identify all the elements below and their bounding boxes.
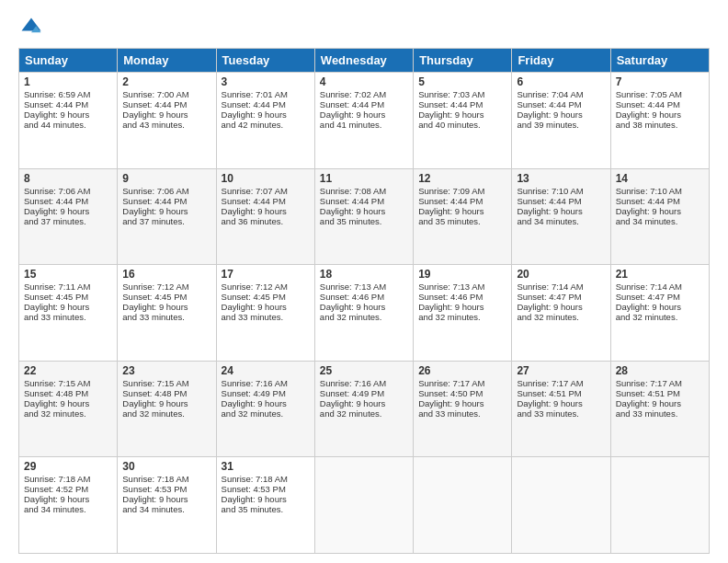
- cell-line: Sunrise: 7:17 AM: [616, 378, 704, 388]
- day-number: 21: [616, 268, 704, 281]
- cell-line: Sunrise: 7:10 AM: [616, 186, 704, 196]
- cell-line: Daylight: 9 hours: [418, 302, 506, 312]
- cell-line: Sunrise: 7:17 AM: [418, 378, 506, 388]
- calendar-cell: 3Sunrise: 7:01 AMSunset: 4:44 PMDaylight…: [216, 73, 314, 169]
- header-cell-saturday: Saturday: [610, 49, 709, 73]
- cell-line: Daylight: 9 hours: [222, 109, 310, 120]
- cell-line: Sunset: 4:47 PM: [616, 292, 704, 302]
- cell-line: Sunset: 4:52 PM: [24, 484, 112, 494]
- cell-line: Daylight: 9 hours: [517, 302, 605, 312]
- calendar-cell: 13Sunrise: 7:10 AMSunset: 4:44 PMDayligh…: [512, 168, 610, 265]
- cell-line: and 32 minutes.: [24, 408, 112, 419]
- cell-line: Daylight: 9 hours: [222, 494, 310, 504]
- calendar-cell: 31Sunrise: 7:18 AMSunset: 4:53 PMDayligh…: [216, 457, 314, 554]
- cell-line: Daylight: 9 hours: [122, 494, 210, 504]
- day-number: 15: [24, 268, 112, 281]
- day-number: 29: [24, 460, 112, 473]
- day-number: 31: [222, 460, 310, 473]
- cell-line: and 32 minutes.: [320, 408, 408, 419]
- cell-line: Sunrise: 7:18 AM: [222, 474, 310, 484]
- cell-line: Sunset: 4:45 PM: [222, 292, 310, 302]
- cell-line: Daylight: 9 hours: [222, 398, 310, 408]
- cell-line: Sunset: 4:44 PM: [24, 99, 112, 109]
- cell-line: Sunset: 4:44 PM: [320, 99, 408, 109]
- cell-line: Sunrise: 7:12 AM: [222, 282, 310, 292]
- day-number: 23: [122, 364, 210, 377]
- cell-line: Daylight: 9 hours: [24, 302, 112, 312]
- cell-line: Daylight: 9 hours: [517, 398, 605, 408]
- day-number: 22: [24, 364, 112, 377]
- cell-line: and 44 minutes.: [24, 120, 112, 130]
- cell-line: Daylight: 9 hours: [122, 206, 210, 216]
- cell-line: and 38 minutes.: [616, 120, 704, 130]
- calendar-cell: 24Sunrise: 7:16 AMSunset: 4:49 PMDayligh…: [216, 361, 314, 457]
- cell-line: Daylight: 9 hours: [24, 494, 112, 504]
- calendar-cell: 4Sunrise: 7:02 AMSunset: 4:44 PMDaylight…: [314, 73, 413, 169]
- cell-line: Sunrise: 7:08 AM: [320, 186, 408, 196]
- cell-line: Sunrise: 7:15 AM: [122, 378, 210, 388]
- day-number: 27: [517, 364, 605, 377]
- cell-line: Daylight: 9 hours: [222, 206, 310, 216]
- cell-line: Daylight: 9 hours: [616, 109, 704, 120]
- cell-line: and 41 minutes.: [320, 120, 408, 130]
- cell-line: Sunset: 4:48 PM: [122, 388, 210, 398]
- cell-line: Daylight: 9 hours: [616, 206, 704, 216]
- calendar-cell: 2Sunrise: 7:00 AMSunset: 4:44 PMDaylight…: [118, 73, 216, 169]
- cell-line: Sunrise: 7:16 AM: [222, 378, 310, 388]
- cell-line: and 33 minutes.: [616, 408, 704, 419]
- cell-line: Sunrise: 7:00 AM: [122, 89, 210, 99]
- cell-line: Daylight: 9 hours: [122, 302, 210, 312]
- cell-line: Sunset: 4:51 PM: [616, 388, 704, 398]
- header-cell-friday: Friday: [512, 49, 610, 73]
- day-number: 25: [320, 364, 408, 377]
- day-number: 2: [122, 75, 210, 88]
- cell-line: Sunset: 4:44 PM: [24, 196, 112, 206]
- cell-line: Sunset: 4:44 PM: [222, 99, 310, 109]
- cell-line: Sunrise: 7:06 AM: [24, 186, 112, 196]
- calendar-cell: 20Sunrise: 7:14 AMSunset: 4:47 PMDayligh…: [512, 265, 610, 362]
- cell-line: Daylight: 9 hours: [320, 302, 408, 312]
- cell-line: Sunset: 4:51 PM: [517, 388, 605, 398]
- cell-line: and 35 minutes.: [320, 216, 408, 226]
- cell-line: Sunset: 4:49 PM: [222, 388, 310, 398]
- calendar-week-1: 1Sunrise: 6:59 AMSunset: 4:44 PMDaylight…: [19, 73, 710, 169]
- calendar-cell: 30Sunrise: 7:18 AMSunset: 4:53 PMDayligh…: [118, 457, 216, 554]
- cell-line: and 39 minutes.: [517, 120, 605, 130]
- cell-line: Sunrise: 7:13 AM: [320, 282, 408, 292]
- cell-line: Sunset: 4:44 PM: [517, 99, 605, 109]
- calendar-cell: 18Sunrise: 7:13 AMSunset: 4:46 PMDayligh…: [314, 265, 413, 362]
- cell-line: Daylight: 9 hours: [517, 109, 605, 120]
- calendar-cell: 23Sunrise: 7:15 AMSunset: 4:48 PMDayligh…: [118, 361, 216, 457]
- cell-line: and 33 minutes.: [418, 408, 506, 419]
- calendar-week-3: 15Sunrise: 7:11 AMSunset: 4:45 PMDayligh…: [19, 265, 710, 362]
- cell-line: and 32 minutes.: [122, 408, 210, 419]
- calendar-cell: 19Sunrise: 7:13 AMSunset: 4:46 PMDayligh…: [414, 265, 512, 362]
- cell-line: Daylight: 9 hours: [122, 398, 210, 408]
- cell-line: and 33 minutes.: [122, 312, 210, 322]
- day-number: 19: [418, 268, 506, 281]
- cell-line: Sunset: 4:44 PM: [517, 196, 605, 206]
- header-cell-sunday: Sunday: [19, 49, 118, 73]
- day-number: 16: [122, 268, 210, 281]
- calendar-cell: 21Sunrise: 7:14 AMSunset: 4:47 PMDayligh…: [610, 265, 709, 362]
- cell-line: Sunrise: 7:15 AM: [24, 378, 112, 388]
- calendar-cell: 12Sunrise: 7:09 AMSunset: 4:44 PMDayligh…: [414, 168, 512, 265]
- day-number: 9: [122, 172, 210, 185]
- calendar-cell: [610, 457, 709, 554]
- calendar-cell: 9Sunrise: 7:06 AMSunset: 4:44 PMDaylight…: [118, 168, 216, 265]
- cell-line: Sunset: 4:44 PM: [122, 196, 210, 206]
- cell-line: and 35 minutes.: [222, 504, 310, 514]
- cell-line: Sunset: 4:53 PM: [122, 484, 210, 494]
- cell-line: Sunrise: 7:14 AM: [517, 282, 605, 292]
- cell-line: Sunrise: 7:16 AM: [320, 378, 408, 388]
- cell-line: and 37 minutes.: [122, 216, 210, 226]
- calendar-cell: 26Sunrise: 7:17 AMSunset: 4:50 PMDayligh…: [414, 361, 512, 457]
- calendar-cell: 29Sunrise: 7:18 AMSunset: 4:52 PMDayligh…: [19, 457, 118, 554]
- cell-line: and 33 minutes.: [517, 408, 605, 419]
- cell-line: Sunset: 4:46 PM: [418, 292, 506, 302]
- header: [18, 15, 710, 40]
- cell-line: Daylight: 9 hours: [24, 109, 112, 120]
- cell-line: Sunset: 4:44 PM: [616, 196, 704, 206]
- day-number: 1: [24, 75, 112, 88]
- logo: [18, 15, 48, 40]
